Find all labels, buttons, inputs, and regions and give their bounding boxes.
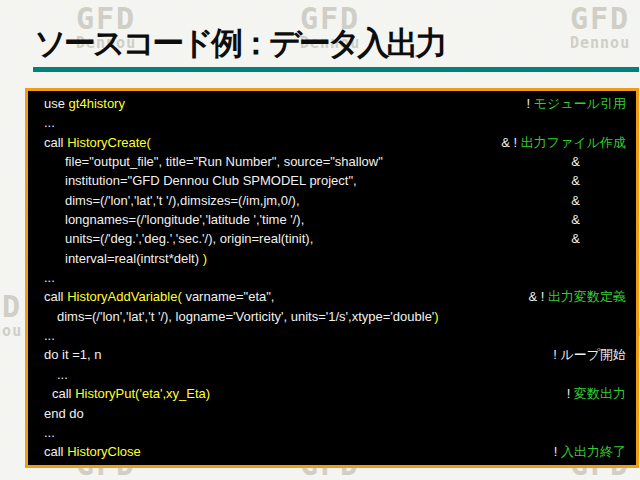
code-segment: end do	[44, 406, 84, 421]
gfd-dennou-watermark: GFD Dennou	[570, 4, 630, 51]
code-text: call HistoryClose	[44, 442, 141, 461]
code-segment: ...	[57, 367, 68, 382]
code-text: longnames=(/'longitude','latitude ','tim…	[44, 210, 304, 229]
title-underline	[33, 67, 639, 72]
code-segment: ...	[44, 270, 55, 285]
code-line: ...	[44, 365, 626, 384]
watermark-text: Dennou	[570, 36, 630, 51]
code-text: call HistoryPut('eta',xy_Eta)	[44, 384, 210, 403]
watermark-text: GFD	[570, 4, 630, 34]
code-text: institution="GFD Dennou Club SPMODEL pro…	[44, 171, 357, 190]
code-annotation: &	[571, 152, 626, 171]
code-line: dims=(/'lon','lat','t '/),dimsizes=(/im,…	[44, 191, 626, 210]
code-segment: & !	[528, 289, 548, 304]
code-line: call HistoryCreate(& ! 出力ファイル作成	[44, 133, 626, 152]
code-text: end do	[44, 404, 84, 423]
code-segment: 入出力終了	[561, 444, 626, 459]
code-annotation: & ! 出力変数定義	[528, 287, 626, 306]
gfd-dennou-watermark: GFD Dennou	[0, 292, 22, 339]
code-segment: )	[434, 309, 438, 324]
code-line: file="output_file", title="Run Number", …	[44, 152, 626, 171]
code-segment: 出力変数定義	[548, 289, 626, 304]
code-segment: 出力ファイル作成	[521, 135, 626, 150]
code-line: ...	[44, 268, 626, 287]
code-text: ...	[44, 326, 55, 345]
slide: GFD Dennou GFD Dennou GFD Dennou GFD Den…	[0, 0, 640, 480]
code-annotation: ! モジュール引用	[527, 94, 626, 113]
code-line: dims=(/'lon','lat','t '/), logname='Vort…	[44, 307, 626, 326]
code-segment: & !	[501, 135, 521, 150]
code-line: units=(/'deg.','deg.','sec.'/), origin=r…	[44, 229, 626, 248]
code-annotation: ! 入出力終了	[554, 442, 626, 461]
code-segment: varname="eta",	[182, 289, 275, 304]
code-text: interval=real(intrst*delt) )	[44, 249, 207, 268]
code-annotation: ! ループ開始	[553, 345, 626, 364]
code-annotation: &	[571, 210, 626, 229]
code-segment: do it =1, n	[44, 347, 101, 362]
code-line: do it =1, n! ループ開始	[44, 345, 626, 364]
code-segment: HistoryClose	[67, 444, 141, 459]
code-line: call HistoryClose! 入出力終了	[44, 442, 626, 461]
code-annotation: &	[571, 171, 626, 190]
code-segment: &	[571, 193, 580, 208]
code-segment: use	[44, 96, 69, 111]
code-line: ...	[44, 423, 626, 442]
code-text: ...	[44, 268, 55, 287]
watermark-text: Dennou	[0, 324, 22, 339]
code-line: longnames=(/'longitude','latitude ','tim…	[44, 210, 626, 229]
code-text: units=(/'deg.','deg.','sec.'/), origin=r…	[44, 229, 313, 248]
code-line: ...	[44, 326, 626, 345]
code-annotation: &	[571, 229, 626, 248]
code-segment: HistoryPut('eta',xy_Eta)	[75, 386, 210, 401]
code-line: end do	[44, 404, 626, 423]
code-segment: ...	[44, 328, 55, 343]
code-segment: モジュール引用	[534, 96, 626, 111]
code-text: ...	[44, 113, 55, 132]
code-annotation: & ! 出力ファイル作成	[501, 133, 626, 152]
code-line: institution="GFD Dennou Club SPMODEL pro…	[44, 171, 626, 190]
code-text: ...	[44, 365, 68, 384]
code-segment: call	[52, 386, 75, 401]
code-segment: longnames=(/'longitude','latitude ','tim…	[65, 212, 304, 227]
code-text: dims=(/'lon','lat','t '/), logname='Vort…	[44, 307, 439, 326]
code-text: call HistoryCreate(	[44, 133, 151, 152]
code-line: interval=real(intrst*delt) )	[44, 249, 626, 268]
code-segment: gt4history	[69, 96, 125, 111]
code-line: call HistoryPut('eta',xy_Eta)! 変数出力	[44, 384, 626, 403]
code-segment: !	[527, 96, 534, 111]
code-segment: ...	[44, 115, 55, 130]
code-segment: HistoryAddVariable(	[67, 289, 182, 304]
code-segment: &	[571, 212, 580, 227]
code-segment: &	[571, 173, 580, 188]
code-segment: 変数出力	[574, 386, 626, 401]
code-segment: file="output_file", title="Run Number", …	[65, 154, 383, 169]
page-title: ソースコード例：データ入出力	[34, 22, 445, 66]
code-segment: dims=(/'lon','lat','t '/),dimsizes=(/im,…	[65, 193, 300, 208]
code-annotation: ! 変数出力	[567, 384, 626, 403]
code-annotation: &	[571, 191, 626, 210]
code-segment: call	[44, 289, 67, 304]
code-text: use gt4history	[44, 94, 125, 113]
code-segment: !	[567, 386, 574, 401]
code-block: use gt4history! モジュール引用...call HistoryCr…	[25, 88, 639, 468]
code-text: do it =1, n	[44, 345, 101, 364]
code-segment: HistoryCreate(	[67, 135, 151, 150]
code-segment: !	[554, 444, 561, 459]
code-segment: units=(/'deg.','deg.','sec.'/), origin=r…	[65, 231, 313, 246]
code-line: call HistoryAddVariable( varname="eta",&…	[44, 287, 626, 306]
code-segment: interval=real(intrst*delt)	[65, 251, 203, 266]
code-segment: &	[571, 231, 580, 246]
code-segment: call	[44, 135, 67, 150]
code-segment: &	[571, 154, 580, 169]
code-text: file="output_file", title="Run Number", …	[44, 152, 383, 171]
code-line: use gt4history! モジュール引用	[44, 94, 626, 113]
code-segment: )	[203, 251, 207, 266]
code-segment: ...	[44, 425, 55, 440]
code-segment: call	[44, 444, 67, 459]
code-text: call HistoryAddVariable( varname="eta",	[44, 287, 274, 306]
code-text: ...	[44, 423, 55, 442]
code-segment: dims=(/'lon','lat','t '/), logname='Vort…	[57, 309, 434, 324]
code-line: ...	[44, 113, 626, 132]
code-text: dims=(/'lon','lat','t '/),dimsizes=(/im,…	[44, 191, 300, 210]
code-segment: institution="GFD Dennou Club SPMODEL pro…	[65, 173, 357, 188]
